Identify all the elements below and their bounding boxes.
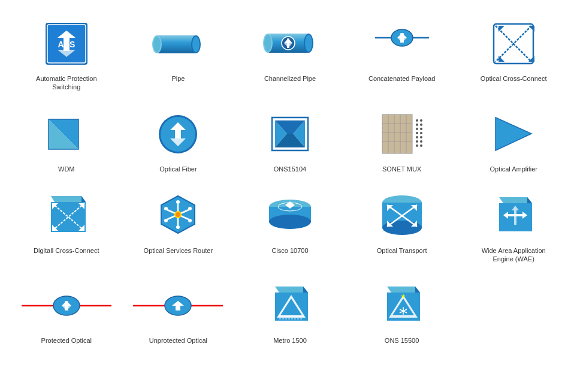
label-cisco-10700: Cisco 10700 [271,246,308,255]
item-metro-1500[interactable]: Metro 1500 [235,274,345,349]
label-optical-cross-connect: Optical Cross-Connect [481,74,547,83]
svg-point-59 [420,132,422,134]
svg-marker-63 [496,117,531,150]
item-cisco-10700[interactable]: Cisco 10700 [235,184,345,260]
item-optical-services-router[interactable]: Optical Services Router [124,184,233,260]
item-optical-cross-connect[interactable]: Optical Cross-Connect [459,12,568,88]
svg-point-49 [416,119,418,122]
icon-optical-cross-connect [487,17,540,71]
svg-point-83 [164,207,168,210]
label-optical-amplifier: Optical Amplifier [490,165,537,173]
svg-marker-122 [387,287,420,293]
label-optical-services-router: Optical Services Router [144,246,213,255]
svg-point-55 [416,144,418,147]
svg-point-81 [176,200,180,204]
label-protected-optical: Protected Optical [41,336,92,345]
svg-point-14 [264,35,271,52]
icon-optical-transport [375,189,429,243]
svg-rect-5 [157,35,196,53]
svg-rect-41 [382,114,412,153]
svg-text:APS: APS [58,40,75,49]
svg-point-54 [416,140,418,143]
item-optical-fiber[interactable]: Optical Fiber [124,102,233,178]
icon-ons15104 [263,107,317,161]
item-digitall-cross-connect[interactable]: Digitall Cross-Connect [12,184,121,260]
item-protected-optical[interactable]: Protected Optical [12,274,121,349]
svg-point-56 [420,119,422,122]
svg-marker-102 [499,197,532,203]
svg-marker-65 [51,196,86,202]
svg-point-53 [416,136,418,138]
svg-point-82 [176,225,180,229]
svg-point-58 [420,128,422,130]
svg-point-85 [188,207,192,210]
svg-marker-115 [275,287,308,293]
item-aps[interactable]: APS Automatic Protection Switching [12,12,121,97]
svg-point-57 [420,123,422,126]
label-ons-15500: ONS 15500 [385,336,419,345]
icon-wdm [40,107,93,161]
svg-point-130 [402,295,404,298]
label-digitall-cross-connect: Digitall Cross-Connect [34,246,99,255]
svg-point-60 [420,136,422,138]
label-sonet-mux: SONET MUX [382,165,421,173]
svg-point-7 [192,37,200,52]
icon-cisco-10700 [263,189,317,243]
svg-point-89 [269,215,311,229]
icon-protected-optical [40,279,93,333]
label-wae: Wide Area Application Engine (WAE) [478,246,549,264]
svg-marker-27 [499,56,505,62]
svg-point-86 [164,219,168,222]
icon-concatenated-payload [375,17,429,71]
icon-optical-fiber [151,107,205,161]
item-ons-15500[interactable]: ONS 15500 [348,274,457,349]
label-pipe: Pipe [171,74,185,83]
item-sonet-mux[interactable]: SONET MUX [348,102,457,178]
icon-unprotected-optical [151,279,205,333]
label-metro-1500: Metro 1500 [273,336,307,345]
icon-wae [487,189,540,243]
svg-point-62 [420,144,422,147]
item-wae[interactable]: Wide Area Application Engine (WAE) [459,184,568,269]
icon-pipe [151,17,205,71]
item-optical-amplifier[interactable]: Optical Amplifier [459,102,568,178]
svg-point-12 [305,35,312,52]
item-concatenated-payload[interactable]: Concatenated Payload [348,12,457,88]
icon-optical-services-router [151,189,205,243]
icon-ons-15500 [375,279,429,333]
label-channelized-pipe: Channelized Pipe [264,74,316,83]
label-concatenated-payload: Concatenated Payload [368,74,435,83]
item-pipe[interactable]: Pipe [124,12,233,88]
item-channelized-pipe[interactable]: Channelized Pipe [235,12,345,88]
icon-optical-amplifier [487,107,540,161]
icon-aps: APS [40,17,93,71]
item-unprotected-optical[interactable]: Unprotected Optical [124,274,233,349]
icon-grid: APS Automatic Protection Switching [12,12,568,350]
icon-channelized-pipe [263,17,317,71]
label-unprotected-optical: Unprotected Optical [149,336,207,345]
svg-point-50 [416,123,418,126]
label-wdm: WDM [58,165,75,173]
item-ons15104[interactable]: ONS15104 [235,102,345,178]
svg-point-80 [176,212,180,217]
icon-digitall-cross-connect [40,189,93,243]
svg-point-61 [420,140,422,143]
svg-point-51 [416,128,418,130]
icon-metro-1500 [263,279,317,333]
svg-point-52 [416,132,418,134]
svg-point-84 [188,219,192,222]
item-wdm[interactable]: WDM [12,102,121,178]
label-aps: Automatic Protection Switching [31,74,102,92]
item-optical-transport[interactable]: Optical Transport [348,184,457,260]
icon-sonet-mux [375,107,429,161]
label-optical-fiber: Optical Fiber [159,165,197,173]
label-optical-transport: Optical Transport [377,246,427,255]
label-ons15104: ONS15104 [274,165,306,173]
svg-point-9 [153,37,161,52]
